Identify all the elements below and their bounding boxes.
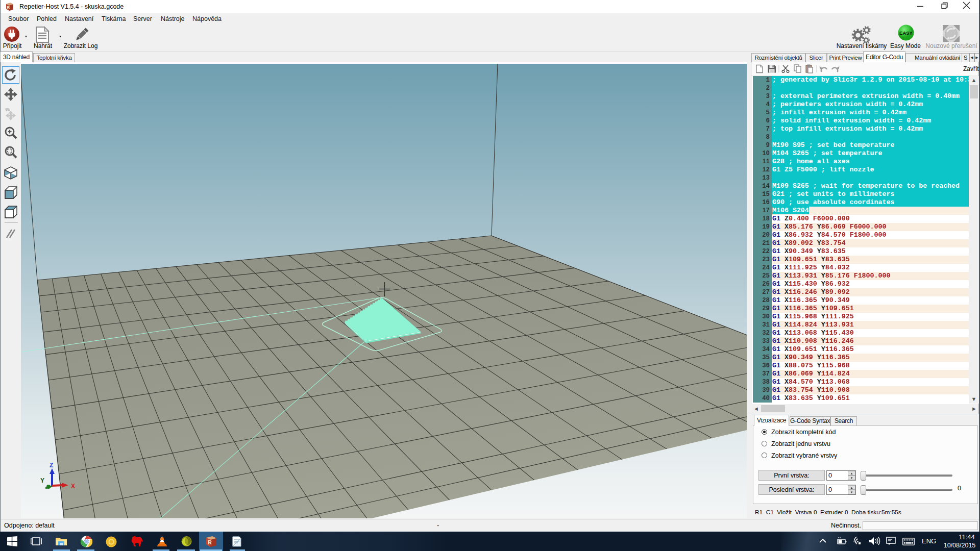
svg-text:Z: Z — [50, 462, 53, 469]
svg-text:EASY: EASY — [899, 30, 913, 36]
svg-text:Y: Y — [40, 477, 44, 484]
svg-text:X: X — [71, 483, 75, 490]
svg-text:R: R — [7, 5, 10, 10]
svg-text:R: R — [208, 539, 212, 545]
